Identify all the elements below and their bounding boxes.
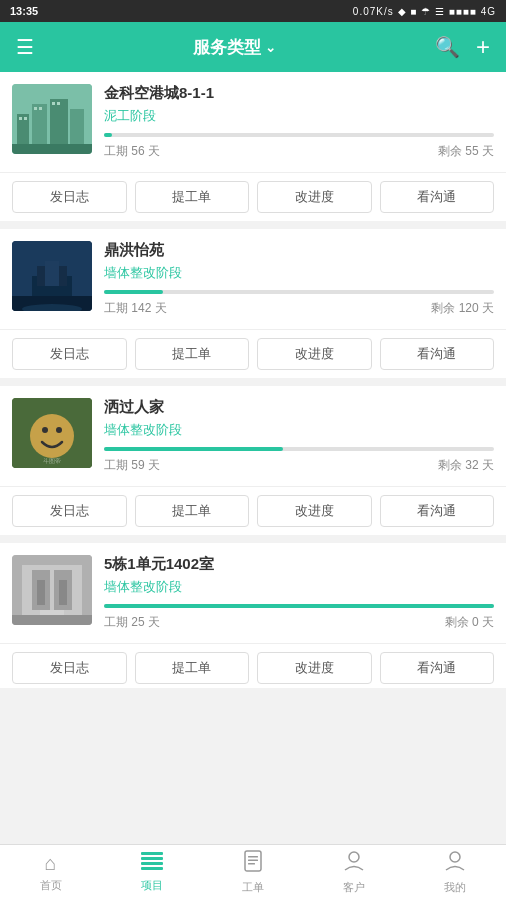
progress-bar-bg xyxy=(104,604,494,608)
card-buttons: 发日志 提工单 改进度 看沟通 xyxy=(0,329,506,378)
card-info: 鼎洪怡苑 墙体整改阶段 工期 142 天 剩余 120 天 xyxy=(104,241,494,317)
progress-bar-bg xyxy=(104,447,494,451)
progress-bar-fill xyxy=(104,447,283,451)
svg-rect-6 xyxy=(19,117,22,120)
card-image: ★ 斗图帝 xyxy=(12,398,92,468)
svg-rect-33 xyxy=(141,862,163,865)
chat-button[interactable]: 看沟通 xyxy=(380,181,495,213)
card-buttons: 发日志 提工单 改进度 看沟通 xyxy=(0,643,506,688)
svg-rect-30 xyxy=(40,610,64,615)
svg-rect-4 xyxy=(70,109,84,144)
svg-rect-38 xyxy=(248,863,255,865)
nav-ticket[interactable]: 工单 xyxy=(202,845,303,900)
ticket-icon xyxy=(243,850,263,877)
card-image: ★ xyxy=(12,241,92,311)
card-info: 洒过人家 墙体整改阶段 工期 59 天 剩余 32 天 xyxy=(104,398,494,474)
svg-rect-14 xyxy=(37,266,45,286)
card-duration: 工期 142 天 剩余 120 天 xyxy=(104,300,494,317)
nav-project-label: 项目 xyxy=(141,878,163,893)
header: ☰ 服务类型 ⌄ 🔍 + xyxy=(0,22,506,72)
project-card: 5栋1单元1402室 墙体整改阶段 工期 25 天 剩余 0 天 发日志 提工单… xyxy=(0,543,506,688)
svg-rect-3 xyxy=(50,99,68,144)
ticket-button[interactable]: 提工单 xyxy=(135,495,250,527)
svg-point-39 xyxy=(349,852,359,862)
svg-rect-5 xyxy=(12,144,92,154)
svg-rect-28 xyxy=(59,580,67,605)
project-card: ★ 斗图帝 洒过人家 墙体整改阶段 工 xyxy=(0,386,506,535)
nav-ticket-label: 工单 xyxy=(242,880,264,895)
nav-mine[interactable]: 我的 xyxy=(405,845,506,900)
chat-button[interactable]: 看沟通 xyxy=(380,495,495,527)
content-area: 金科空港城8-1-1 泥工阶段 工期 56 天 剩余 55 天 发日志 提工单 … xyxy=(0,72,506,844)
svg-rect-1 xyxy=(17,114,29,144)
progress-button[interactable]: 改进度 xyxy=(257,495,372,527)
log-button[interactable]: 发日志 xyxy=(12,338,127,370)
project-card: 金科空港城8-1-1 泥工阶段 工期 56 天 剩余 55 天 发日志 提工单 … xyxy=(0,72,506,221)
chat-button[interactable]: 看沟通 xyxy=(380,338,495,370)
svg-rect-7 xyxy=(24,117,27,120)
progress-bar-fill xyxy=(104,604,494,608)
progress-bar-fill xyxy=(104,290,163,294)
status-bar: 13:35 0.07K/s ◆ ■ ☂ ☰ ■■■■ 4G xyxy=(0,0,506,22)
nav-project[interactable]: 项目 xyxy=(101,845,202,900)
progress-bar-bg xyxy=(104,290,494,294)
chevron-down-icon[interactable]: ⌄ xyxy=(265,40,276,55)
svg-rect-36 xyxy=(248,856,258,858)
nav-home[interactable]: ⌂ 首页 xyxy=(0,845,101,900)
svg-point-40 xyxy=(450,852,460,862)
mine-icon xyxy=(444,850,466,877)
svg-rect-31 xyxy=(141,852,163,855)
nav-customer-label: 客户 xyxy=(343,880,365,895)
svg-rect-34 xyxy=(141,867,163,870)
bottom-nav: ⌂ 首页 项目 工单 xyxy=(0,844,506,900)
add-icon[interactable]: + xyxy=(476,33,490,61)
svg-rect-27 xyxy=(37,580,45,605)
card-buttons: 发日志 提工单 改进度 看沟通 xyxy=(0,172,506,221)
header-title: 服务类型 ⌄ xyxy=(193,36,276,59)
log-button[interactable]: 发日志 xyxy=(12,495,127,527)
progress-button[interactable]: 改进度 xyxy=(257,338,372,370)
ticket-button[interactable]: 提工单 xyxy=(135,652,250,684)
svg-rect-32 xyxy=(141,857,163,860)
card-title: 洒过人家 xyxy=(104,398,494,417)
card-stage: 墙体整改阶段 xyxy=(104,578,494,596)
progress-bar-fill xyxy=(104,133,112,137)
svg-point-20 xyxy=(30,414,74,458)
nav-customer[interactable]: 客户 xyxy=(304,845,405,900)
status-icons: 0.07K/s ◆ ■ ☂ ☰ ■■■■ 4G xyxy=(353,6,496,17)
ticket-button[interactable]: 提工单 xyxy=(135,181,250,213)
card-title: 金科空港城8-1-1 xyxy=(104,84,494,103)
progress-button[interactable]: 改进度 xyxy=(257,181,372,213)
nav-home-label: 首页 xyxy=(40,878,62,893)
svg-rect-37 xyxy=(248,860,258,862)
svg-point-22 xyxy=(56,427,62,433)
ticket-button[interactable]: 提工单 xyxy=(135,338,250,370)
svg-rect-16 xyxy=(45,261,59,286)
svg-rect-29 xyxy=(12,615,92,625)
customer-icon xyxy=(343,850,365,877)
progress-bar-bg xyxy=(104,133,494,137)
chat-button[interactable]: 看沟通 xyxy=(380,652,495,684)
card-title: 鼎洪怡苑 xyxy=(104,241,494,260)
card-image xyxy=(12,555,92,625)
svg-rect-10 xyxy=(52,102,55,105)
status-time: 13:35 xyxy=(10,5,38,17)
card-info: 金科空港城8-1-1 泥工阶段 工期 56 天 剩余 55 天 xyxy=(104,84,494,160)
log-button[interactable]: 发日志 xyxy=(12,181,127,213)
svg-rect-9 xyxy=(39,107,42,110)
nav-mine-label: 我的 xyxy=(444,880,466,895)
card-duration: 工期 25 天 剩余 0 天 xyxy=(104,614,494,631)
card-buttons: 发日志 提工单 改进度 看沟通 xyxy=(0,486,506,535)
search-icon[interactable]: 🔍 xyxy=(435,35,460,59)
log-button[interactable]: 发日志 xyxy=(12,652,127,684)
svg-point-21 xyxy=(42,427,48,433)
card-stage: 墙体整改阶段 xyxy=(104,264,494,282)
menu-icon[interactable]: ☰ xyxy=(16,35,34,59)
home-icon: ⌂ xyxy=(45,852,57,875)
card-title: 5栋1单元1402室 xyxy=(104,555,494,574)
progress-button[interactable]: 改进度 xyxy=(257,652,372,684)
card-stage: 泥工阶段 xyxy=(104,107,494,125)
card-image xyxy=(12,84,92,154)
card-duration: 工期 59 天 剩余 32 天 xyxy=(104,457,494,474)
project-icon xyxy=(141,852,163,875)
